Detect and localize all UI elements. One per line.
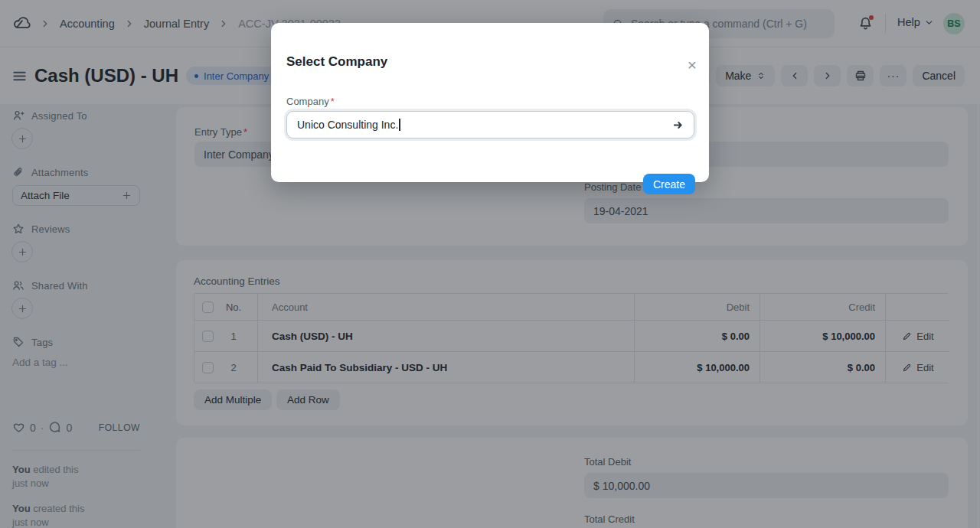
required-marker: *: [331, 96, 335, 107]
modal-title: Select Company: [286, 54, 387, 70]
text-cursor: [399, 119, 400, 131]
company-input-value: Unico Consulting Inc.: [297, 119, 398, 131]
company-input[interactable]: Unico Consulting Inc.: [286, 111, 694, 139]
create-button[interactable]: Create: [643, 174, 695, 194]
select-company-modal: Select Company × Company* Unico Consulti…: [271, 23, 709, 182]
close-icon[interactable]: ×: [688, 57, 697, 73]
arrow-right-icon: [672, 119, 684, 131]
company-label: Company*: [286, 96, 335, 107]
